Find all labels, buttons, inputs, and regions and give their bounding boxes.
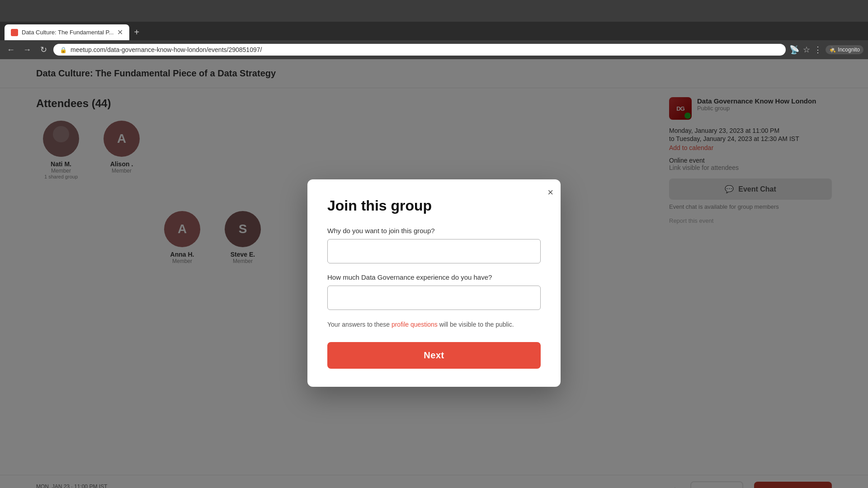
incognito-icon: 🕵 [829,47,836,53]
new-tab-button[interactable]: + [130,26,143,39]
toolbar-icons: 📡 ☆ ⋮ [789,45,822,55]
profile-note: Your answers to these profile questions … [327,320,541,329]
tab-close-button[interactable]: ✕ [117,28,123,37]
reload-button[interactable]: ↻ [37,43,50,56]
modal-overlay: × Join this group Why do you want to joi… [0,59,868,488]
question1-label: Why do you want to join this group? [327,227,541,235]
question1-input[interactable] [327,239,541,263]
modal-title: Join this group [327,197,541,214]
browser-menu-icon[interactable]: ⋮ [814,45,822,55]
incognito-badge: 🕵 Incognito [826,45,863,54]
address-bar[interactable]: 🔒 meetup.com/data-governance-know-how-lo… [53,44,786,56]
address-bar-row: ← → ↻ 🔒 meetup.com/data-governance-know-… [0,40,868,59]
next-button[interactable]: Next [327,342,541,369]
join-group-modal: × Join this group Why do you want to joi… [307,179,561,387]
url-text: meetup.com/data-governance-know-how-lond… [71,46,779,53]
cast-icon[interactable]: 📡 [789,45,799,55]
profile-note-suffix: will be visible to the public. [438,321,514,328]
back-button[interactable]: ← [5,43,17,56]
lock-icon: 🔒 [60,47,67,53]
profile-questions-link[interactable]: profile questions [392,321,438,328]
question2-input[interactable] [327,286,541,310]
profile-note-prefix: Your answers to these [327,321,392,328]
tab-label: Data Culture: The Fundamental P... [22,29,113,36]
incognito-label: Incognito [838,47,860,53]
page-background: Data Culture: The Fundamental Piece of a… [0,59,868,488]
browser-titlebar [0,0,868,22]
browser-tab[interactable]: Data Culture: The Fundamental P... ✕ [5,24,129,40]
modal-close-button[interactable]: × [547,187,553,198]
question2-label: How much Data Governance experience do y… [327,273,541,281]
tab-bar: Data Culture: The Fundamental P... ✕ + [0,22,868,40]
tab-favicon [11,29,18,36]
bookmark-icon[interactable]: ☆ [803,45,810,55]
forward-button[interactable]: → [21,43,33,56]
